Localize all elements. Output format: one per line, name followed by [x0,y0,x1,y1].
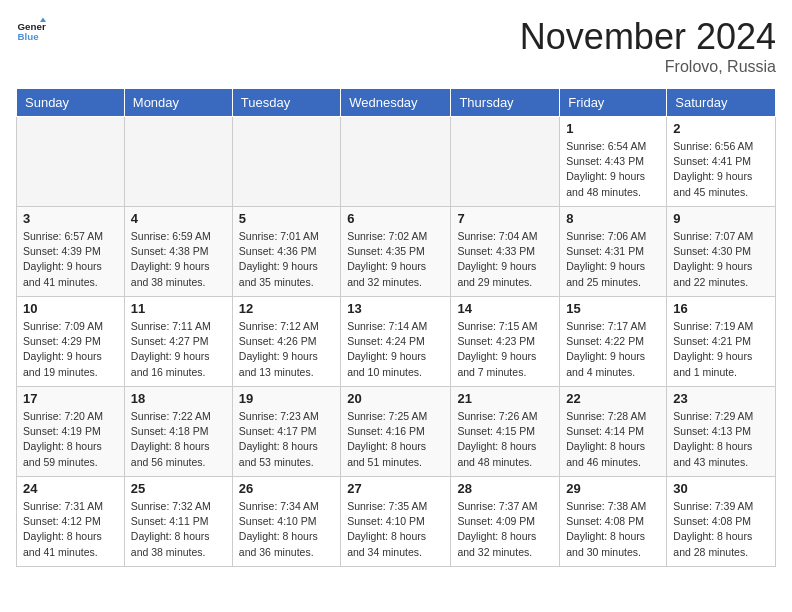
day-cell-11: 11Sunrise: 7:11 AM Sunset: 4:27 PM Dayli… [124,297,232,387]
day-number: 8 [566,211,660,226]
header: General Blue November 2024 Frolovo, Russ… [16,16,776,76]
day-detail: Sunrise: 7:26 AM Sunset: 4:15 PM Dayligh… [457,409,553,470]
day-detail: Sunrise: 7:04 AM Sunset: 4:33 PM Dayligh… [457,229,553,290]
header-saturday: Saturday [667,89,776,117]
day-detail: Sunrise: 7:38 AM Sunset: 4:08 PM Dayligh… [566,499,660,560]
day-detail: Sunrise: 6:54 AM Sunset: 4:43 PM Dayligh… [566,139,660,200]
day-cell-17: 17Sunrise: 7:20 AM Sunset: 4:19 PM Dayli… [17,387,125,477]
day-cell-13: 13Sunrise: 7:14 AM Sunset: 4:24 PM Dayli… [341,297,451,387]
day-cell-empty [451,117,560,207]
day-number: 10 [23,301,118,316]
day-number: 13 [347,301,444,316]
day-detail: Sunrise: 7:23 AM Sunset: 4:17 PM Dayligh… [239,409,334,470]
day-cell-20: 20Sunrise: 7:25 AM Sunset: 4:16 PM Dayli… [341,387,451,477]
day-cell-23: 23Sunrise: 7:29 AM Sunset: 4:13 PM Dayli… [667,387,776,477]
header-friday: Friday [560,89,667,117]
day-number: 12 [239,301,334,316]
day-number: 7 [457,211,553,226]
day-number: 27 [347,481,444,496]
day-detail: Sunrise: 7:37 AM Sunset: 4:09 PM Dayligh… [457,499,553,560]
day-detail: Sunrise: 6:59 AM Sunset: 4:38 PM Dayligh… [131,229,226,290]
header-monday: Monday [124,89,232,117]
day-cell-10: 10Sunrise: 7:09 AM Sunset: 4:29 PM Dayli… [17,297,125,387]
week-row-1: 1Sunrise: 6:54 AM Sunset: 4:43 PM Daylig… [17,117,776,207]
day-cell-2: 2Sunrise: 6:56 AM Sunset: 4:41 PM Daylig… [667,117,776,207]
day-cell-30: 30Sunrise: 7:39 AM Sunset: 4:08 PM Dayli… [667,477,776,567]
day-detail: Sunrise: 6:57 AM Sunset: 4:39 PM Dayligh… [23,229,118,290]
day-detail: Sunrise: 7:22 AM Sunset: 4:18 PM Dayligh… [131,409,226,470]
day-cell-7: 7Sunrise: 7:04 AM Sunset: 4:33 PM Daylig… [451,207,560,297]
day-cell-1: 1Sunrise: 6:54 AM Sunset: 4:43 PM Daylig… [560,117,667,207]
day-cell-24: 24Sunrise: 7:31 AM Sunset: 4:12 PM Dayli… [17,477,125,567]
day-detail: Sunrise: 7:09 AM Sunset: 4:29 PM Dayligh… [23,319,118,380]
week-row-4: 17Sunrise: 7:20 AM Sunset: 4:19 PM Dayli… [17,387,776,477]
day-cell-19: 19Sunrise: 7:23 AM Sunset: 4:17 PM Dayli… [232,387,340,477]
day-detail: Sunrise: 7:15 AM Sunset: 4:23 PM Dayligh… [457,319,553,380]
day-cell-4: 4Sunrise: 6:59 AM Sunset: 4:38 PM Daylig… [124,207,232,297]
day-number: 22 [566,391,660,406]
logo: General Blue [16,16,46,46]
day-number: 29 [566,481,660,496]
week-row-3: 10Sunrise: 7:09 AM Sunset: 4:29 PM Dayli… [17,297,776,387]
day-number: 25 [131,481,226,496]
day-detail: Sunrise: 7:19 AM Sunset: 4:21 PM Dayligh… [673,319,769,380]
logo-icon: General Blue [16,16,46,46]
day-detail: Sunrise: 7:20 AM Sunset: 4:19 PM Dayligh… [23,409,118,470]
day-number: 21 [457,391,553,406]
header-wednesday: Wednesday [341,89,451,117]
day-number: 30 [673,481,769,496]
day-number: 2 [673,121,769,136]
day-detail: Sunrise: 7:32 AM Sunset: 4:11 PM Dayligh… [131,499,226,560]
day-cell-empty [341,117,451,207]
day-number: 1 [566,121,660,136]
day-number: 14 [457,301,553,316]
calendar-table: SundayMondayTuesdayWednesdayThursdayFrid… [16,88,776,567]
day-detail: Sunrise: 7:34 AM Sunset: 4:10 PM Dayligh… [239,499,334,560]
day-number: 11 [131,301,226,316]
header-row: SundayMondayTuesdayWednesdayThursdayFrid… [17,89,776,117]
header-thursday: Thursday [451,89,560,117]
day-detail: Sunrise: 7:35 AM Sunset: 4:10 PM Dayligh… [347,499,444,560]
day-cell-16: 16Sunrise: 7:19 AM Sunset: 4:21 PM Dayli… [667,297,776,387]
day-detail: Sunrise: 7:25 AM Sunset: 4:16 PM Dayligh… [347,409,444,470]
day-number: 24 [23,481,118,496]
day-cell-29: 29Sunrise: 7:38 AM Sunset: 4:08 PM Dayli… [560,477,667,567]
day-cell-empty [17,117,125,207]
day-number: 20 [347,391,444,406]
header-sunday: Sunday [17,89,125,117]
header-tuesday: Tuesday [232,89,340,117]
day-number: 19 [239,391,334,406]
svg-text:Blue: Blue [18,31,40,42]
day-cell-empty [124,117,232,207]
day-detail: Sunrise: 7:11 AM Sunset: 4:27 PM Dayligh… [131,319,226,380]
day-number: 23 [673,391,769,406]
day-detail: Sunrise: 7:39 AM Sunset: 4:08 PM Dayligh… [673,499,769,560]
day-detail: Sunrise: 6:56 AM Sunset: 4:41 PM Dayligh… [673,139,769,200]
location: Frolovo, Russia [520,58,776,76]
week-row-2: 3Sunrise: 6:57 AM Sunset: 4:39 PM Daylig… [17,207,776,297]
day-number: 9 [673,211,769,226]
day-cell-27: 27Sunrise: 7:35 AM Sunset: 4:10 PM Dayli… [341,477,451,567]
day-cell-8: 8Sunrise: 7:06 AM Sunset: 4:31 PM Daylig… [560,207,667,297]
day-cell-12: 12Sunrise: 7:12 AM Sunset: 4:26 PM Dayli… [232,297,340,387]
day-number: 3 [23,211,118,226]
day-number: 18 [131,391,226,406]
day-cell-5: 5Sunrise: 7:01 AM Sunset: 4:36 PM Daylig… [232,207,340,297]
day-cell-14: 14Sunrise: 7:15 AM Sunset: 4:23 PM Dayli… [451,297,560,387]
day-cell-3: 3Sunrise: 6:57 AM Sunset: 4:39 PM Daylig… [17,207,125,297]
day-detail: Sunrise: 7:02 AM Sunset: 4:35 PM Dayligh… [347,229,444,290]
month-title: November 2024 [520,16,776,58]
day-detail: Sunrise: 7:01 AM Sunset: 4:36 PM Dayligh… [239,229,334,290]
day-number: 17 [23,391,118,406]
svg-marker-2 [40,18,46,23]
day-cell-21: 21Sunrise: 7:26 AM Sunset: 4:15 PM Dayli… [451,387,560,477]
day-number: 28 [457,481,553,496]
day-detail: Sunrise: 7:07 AM Sunset: 4:30 PM Dayligh… [673,229,769,290]
day-detail: Sunrise: 7:06 AM Sunset: 4:31 PM Dayligh… [566,229,660,290]
title-area: November 2024 Frolovo, Russia [520,16,776,76]
day-detail: Sunrise: 7:28 AM Sunset: 4:14 PM Dayligh… [566,409,660,470]
day-detail: Sunrise: 7:31 AM Sunset: 4:12 PM Dayligh… [23,499,118,560]
day-cell-18: 18Sunrise: 7:22 AM Sunset: 4:18 PM Dayli… [124,387,232,477]
day-number: 5 [239,211,334,226]
day-cell-15: 15Sunrise: 7:17 AM Sunset: 4:22 PM Dayli… [560,297,667,387]
